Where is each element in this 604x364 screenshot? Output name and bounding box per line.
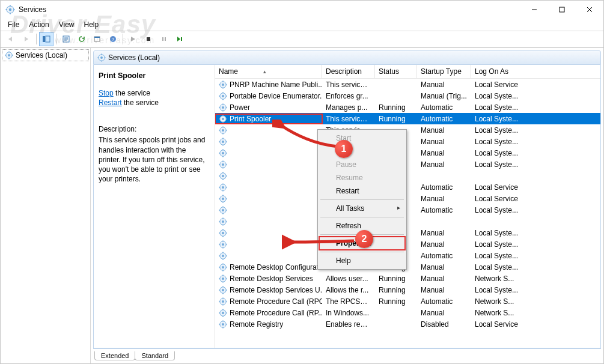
nav-back-button[interactable]	[4, 32, 18, 46]
service-startup: Manual	[417, 148, 471, 158]
table-row[interactable]: Remote Desktop Configurati...Remote Des.…	[215, 261, 600, 273]
table-row[interactable]: Print SpoolerThis service ...RunningAuto…	[215, 113, 600, 124]
tab-extended[interactable]: Extended	[94, 351, 135, 360]
link-restart-service[interactable]: Restart	[99, 99, 122, 107]
service-logon: Local Syste...	[471, 205, 525, 215]
table-row[interactable]: Radio Mana...RunningManualLocal Service	[215, 193, 600, 204]
table-row[interactable]	[215, 216, 600, 227]
col-start[interactable]: Startup Type	[417, 65, 471, 78]
stop-service-button[interactable]	[141, 32, 156, 46]
table-row[interactable]: This service ...RunningManualLocal Syste…	[215, 159, 600, 170]
table-row[interactable]: PNRP Machine Name Publi...This service .…	[215, 79, 600, 90]
col-name[interactable]: Name	[215, 65, 322, 78]
service-startup	[417, 221, 471, 222]
table-row[interactable]: Realtek Aud...RunningAutomaticLocal Syst…	[215, 204, 600, 216]
col-status[interactable]: Status	[375, 65, 417, 78]
nav-services-local[interactable]: Services (Local)	[2, 49, 89, 61]
list-body[interactable]: PNRP Machine Name Publi...This service .…	[215, 79, 600, 348]
context-separator	[320, 217, 404, 217]
context-item-all-tasks[interactable]: All Tasks	[319, 202, 405, 215]
table-row[interactable]: Remote Procedure Call (RPC)The RPCSS s..…	[215, 296, 600, 307]
show-hide-tree-button[interactable]	[39, 32, 53, 46]
service-startup: Manual	[417, 285, 471, 295]
service-icon	[219, 217, 227, 226]
link-stop-service[interactable]: Stop	[99, 89, 114, 97]
services-tree-icon	[5, 51, 13, 59]
menu-help[interactable]: Help	[79, 19, 104, 30]
table-row[interactable]: Enables a ...ManualLocal Syste...	[215, 227, 600, 238]
pane-header-icon	[97, 53, 106, 62]
col-logon[interactable]: Log On As	[471, 65, 525, 78]
description-text: This service spools print jobs and handl…	[99, 135, 209, 184]
tab-standard[interactable]: Standard	[135, 351, 175, 360]
minimize-button[interactable]	[520, 1, 548, 19]
menu-file[interactable]: File	[3, 19, 24, 30]
service-name: PNRP Machine Name Publi...	[230, 80, 322, 89]
service-logon	[471, 221, 525, 222]
table-row[interactable]: Creates a co...ManualLocal Syste...	[215, 238, 600, 250]
nav-forward-button[interactable]	[19, 32, 34, 46]
export-list-button[interactable]	[59, 32, 73, 46]
pane-header: Services (Local)	[93, 50, 601, 65]
help-button[interactable]: ?	[106, 32, 120, 46]
svg-rect-17	[147, 37, 150, 41]
service-name: Remote Desktop Services U...	[230, 286, 322, 294]
table-row[interactable]: Remote Desktop ServicesAllows user...Run…	[215, 273, 600, 284]
menu-action[interactable]: Action	[24, 19, 53, 30]
table-row[interactable]: Remote Procedure Call (RP...In Windows..…	[215, 307, 600, 318]
table-row[interactable]: Remote RegistryEnables rem...DisabledLoc…	[215, 318, 600, 330]
service-startup: Manual	[417, 308, 471, 318]
start-service-button[interactable]	[126, 32, 140, 46]
refresh-button[interactable]	[75, 32, 89, 46]
context-item-restart[interactable]: Restart	[319, 184, 405, 198]
link-stop-suffix: the service	[114, 89, 150, 97]
service-status: Running	[375, 114, 417, 124]
service-logon: Local Syste...	[471, 148, 525, 158]
service-logon: Local Syste...	[471, 240, 525, 249]
context-item-properties[interactable]: Properties	[319, 237, 405, 250]
maximize-button[interactable]	[548, 1, 576, 19]
restart-service-button[interactable]	[172, 32, 187, 46]
table-row[interactable]: This service ...ManualLocal Syste...	[215, 124, 600, 136]
table-row[interactable]: Manages di...RunningAutomaticLocal Syste…	[215, 250, 600, 261]
service-icon	[219, 92, 227, 100]
service-icon	[219, 80, 227, 89]
navigation-pane[interactable]: Services (Local)	[1, 48, 91, 363]
service-name: Remote Desktop Services	[230, 275, 313, 283]
service-status: Running	[375, 274, 417, 284]
context-item-pause: Pause	[319, 158, 405, 171]
service-startup: Automatic	[417, 114, 471, 124]
service-startup: Automatic	[417, 251, 471, 261]
menu-view[interactable]: View	[54, 19, 79, 30]
context-item-refresh[interactable]: Refresh	[319, 219, 405, 232]
context-menu: StartStopPauseResumeRestartAll TasksRefr…	[317, 129, 407, 270]
table-row[interactable]: Quality Win...RunningAutomaticLocal Serv…	[215, 181, 600, 193]
table-row[interactable]: PowerManages p...RunningAutomaticLocal S…	[215, 102, 600, 113]
table-row[interactable]: rvice ...ManualLocal Syste...	[215, 147, 600, 159]
service-status	[375, 324, 417, 325]
close-button[interactable]	[576, 1, 603, 19]
service-name: Portable Device Enumerator...	[230, 92, 322, 100]
context-item-help[interactable]: Help	[319, 254, 405, 267]
service-icon	[219, 252, 227, 260]
service-startup: Manual	[417, 262, 471, 272]
service-logon: Local Syste...	[471, 114, 525, 124]
table-row[interactable]: Remote Desktop Services U...Allows the r…	[215, 284, 600, 296]
table-row[interactable]: Workfl...RunningManualLocal Syste...	[215, 136, 600, 147]
table-row[interactable]	[215, 170, 600, 181]
pause-service-button[interactable]	[157, 32, 171, 46]
service-icon	[219, 149, 227, 157]
svg-rect-18	[162, 37, 163, 41]
service-logon: Local Syste...	[471, 91, 525, 101]
context-separator	[320, 234, 404, 235]
nav-item-label: Services (Local)	[16, 51, 67, 59]
title-bar: Services	[1, 1, 603, 19]
context-item-stop[interactable]: Stop	[319, 145, 405, 158]
col-desc[interactable]: Description	[322, 65, 375, 78]
service-logon: Local Syste...	[471, 126, 525, 135]
properties-button[interactable]	[90, 32, 105, 46]
service-logon: Local Service	[471, 183, 525, 192]
service-icon	[219, 309, 227, 317]
service-icon	[219, 229, 227, 237]
table-row[interactable]: Portable Device Enumerator...Enforces gr…	[215, 90, 600, 102]
